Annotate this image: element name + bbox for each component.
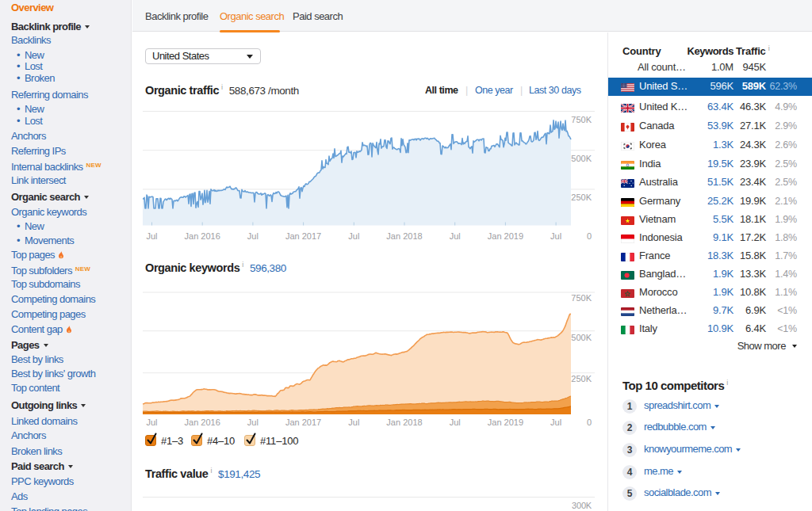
svg-text:Jan 2016: Jan 2016 (185, 231, 220, 241)
svg-text:Jan 2018: Jan 2018 (386, 231, 422, 241)
svg-text:Jul: Jul (348, 418, 359, 427)
svg-text:0: 0 (587, 231, 592, 241)
svg-text:Jan 2017: Jan 2017 (285, 418, 321, 427)
svg-text:Jul: Jul (450, 231, 461, 241)
svg-text:750K: 750K (571, 293, 592, 303)
svg-text:Jul: Jul (146, 418, 157, 427)
svg-text:Jan 2019: Jan 2019 (488, 231, 523, 241)
svg-text:Jul: Jul (348, 231, 359, 241)
svg-text:Jul: Jul (146, 231, 157, 241)
svg-text:Jul: Jul (550, 418, 561, 427)
svg-text:500K: 500K (571, 333, 592, 342)
svg-text:Jul: Jul (247, 418, 259, 427)
svg-text:250K: 250K (571, 374, 592, 383)
svg-text:750K: 750K (571, 115, 592, 124)
svg-text:Jan 2017: Jan 2017 (285, 231, 321, 241)
svg-text:Jan 2019: Jan 2019 (488, 418, 523, 427)
svg-text:500K: 500K (571, 154, 592, 163)
svg-text:0: 0 (587, 418, 592, 427)
svg-text:Jan 2016: Jan 2016 (185, 418, 220, 427)
svg-text:250K: 250K (571, 193, 592, 202)
svg-text:Jan 2018: Jan 2018 (386, 418, 422, 427)
svg-text:Jul: Jul (450, 418, 461, 427)
svg-text:Jul: Jul (550, 231, 561, 241)
svg-text:Jul: Jul (247, 231, 259, 241)
